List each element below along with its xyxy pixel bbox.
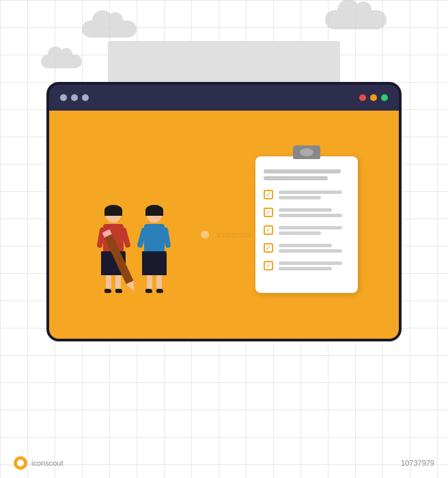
- person1-leg-right: [115, 275, 121, 289]
- person2-skirt: [142, 251, 167, 275]
- person2-leg-left: [147, 275, 152, 289]
- item-1-lines: [279, 191, 350, 199]
- item-2-line-top: [279, 208, 332, 212]
- item-3-lines: [279, 226, 350, 235]
- person1-legs: [106, 275, 121, 289]
- browser-dots-right: [359, 94, 388, 101]
- item-5-line-bottom: [279, 267, 332, 270]
- people-illustration: [91, 156, 214, 293]
- header-line-2: [264, 176, 328, 180]
- cloud-3: [41, 55, 82, 68]
- clipboard-clip: [293, 145, 320, 159]
- person1-leg-left: [106, 275, 111, 289]
- checklist-item-3: [264, 225, 350, 235]
- item-5-line-top: [279, 262, 343, 265]
- person2-shoe-left: [145, 289, 152, 293]
- person2-arm-right: [162, 227, 171, 249]
- person1-shoe-right: [115, 289, 122, 293]
- checkbox-5: [264, 261, 273, 270]
- attr-brand-name: iconscout: [31, 459, 63, 467]
- person2-body: [144, 224, 165, 251]
- item-5-lines: [279, 262, 350, 270]
- dot-2: [71, 94, 78, 101]
- checklist-item-1: [264, 190, 350, 199]
- browser-dots-left: [60, 94, 89, 101]
- item-4-line-top: [279, 244, 332, 247]
- attr-left: iconscout: [14, 456, 63, 470]
- clipboard-header: [264, 169, 350, 180]
- person1-shoe-left: [104, 289, 111, 293]
- main-container: iconscout Blessing Stall iconscout 10737…: [0, 0, 448, 478]
- item-1-line-bottom: [279, 196, 321, 199]
- attribution-bar: iconscout 10737979: [0, 456, 448, 470]
- person2-shoes: [145, 289, 163, 293]
- cloud-2: [325, 10, 387, 29]
- person1-head: [106, 208, 121, 223]
- checkbox-3: [264, 225, 273, 235]
- checklist-item-2: [264, 208, 350, 217]
- person2-arm-left: [137, 227, 147, 248]
- dot-red: [359, 94, 366, 101]
- item-2-line-bottom: [279, 214, 343, 217]
- checkbox-1: [264, 190, 273, 199]
- browser-titlebar: [49, 85, 399, 111]
- attr-id: 10737979: [401, 459, 434, 467]
- person2-leg-right: [156, 275, 162, 289]
- iconscout-logo-inner: [17, 460, 24, 466]
- checklist-item-4: [264, 243, 350, 253]
- item-3-line-top: [279, 226, 343, 229]
- item-4-line-bottom: [279, 249, 343, 253]
- item-3-line-bottom: [279, 231, 321, 235]
- dot-yellow: [370, 94, 377, 101]
- person2-hair: [145, 205, 163, 216]
- iconscout-logo: [14, 456, 27, 470]
- checkbox-4: [264, 243, 273, 253]
- dot-1: [60, 94, 67, 101]
- person-2: [142, 208, 167, 293]
- item-1-line-top: [279, 191, 343, 194]
- browser-content: [49, 111, 399, 339]
- person1-arm-right: [120, 227, 130, 248]
- header-line-1: [264, 169, 341, 173]
- person1-hair: [104, 205, 122, 216]
- person1-shoes: [104, 289, 122, 293]
- checklist-item-5: [264, 261, 350, 270]
- dot-3: [82, 94, 89, 101]
- person2-shoe-right: [156, 289, 163, 293]
- clipboard: [255, 156, 358, 293]
- checkbox-2: [264, 208, 273, 217]
- browser-window: [46, 82, 402, 341]
- item-2-lines: [279, 208, 350, 217]
- person2-head: [147, 208, 162, 223]
- cloud-1: [82, 20, 137, 38]
- item-4-lines: [279, 244, 350, 253]
- dot-green: [381, 94, 388, 101]
- person2-legs: [147, 275, 162, 289]
